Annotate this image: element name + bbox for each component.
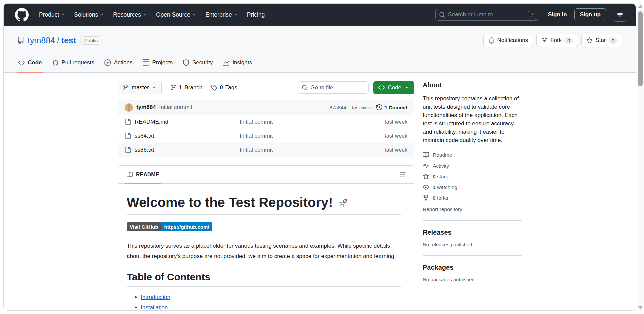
nav-item-solutions[interactable]: Solutions — [70, 8, 108, 21]
about-heading: About — [423, 81, 522, 89]
about-sidebar: About This repository contains a collect… — [423, 81, 522, 282]
appearance-settings-button[interactable] — [613, 8, 627, 22]
commit-sha-link[interactable]: 87a844f · last week — [330, 105, 373, 110]
commit-message-link[interactable]: Initial commit — [159, 104, 192, 111]
nav-item-product[interactable]: Product — [35, 8, 69, 21]
file-commit-message[interactable]: Initial commit — [240, 147, 385, 153]
report-repository-link[interactable]: Report repository — [423, 206, 522, 212]
code-icon — [18, 59, 25, 66]
watching-count: 1 — [433, 184, 436, 190]
file-name[interactable]: ss86.txt — [135, 147, 154, 153]
code-button-label: Code — [388, 84, 401, 91]
file-link: README.md — [125, 119, 240, 125]
browser-page: Product Solutions Resources Open Source … — [3, 3, 636, 311]
tab-actions[interactable]: Actions — [99, 53, 138, 72]
global-header: Product Solutions Resources Open Source … — [4, 4, 636, 26]
releases-heading[interactable]: Releases — [423, 229, 522, 236]
packages-heading[interactable]: Packages — [423, 264, 522, 271]
badge-value: https://github.com/ — [161, 222, 212, 231]
star-label: Star — [595, 37, 606, 44]
play-circle-icon — [104, 59, 111, 66]
global-search-input[interactable]: Search or jump to... / — [435, 9, 539, 21]
nav-label: Enterprise — [205, 11, 232, 18]
branch-selector[interactable]: master — [118, 81, 162, 94]
notifications-label: Notifications — [497, 37, 528, 44]
tab-label: Actions — [114, 59, 133, 66]
badge-label: Visit GitHub — [127, 222, 161, 231]
go-to-file-input[interactable]: Go to file — [298, 81, 369, 94]
tab-label: Pull requests — [62, 59, 94, 66]
file-commit-message[interactable]: Initial commit — [240, 133, 385, 139]
tags-link[interactable]: 0 Tags — [211, 84, 237, 91]
fork-button[interactable]: Fork 0 — [536, 34, 578, 47]
avatar[interactable] — [125, 103, 133, 112]
repo-name-link[interactable]: test — [61, 36, 76, 45]
divider — [423, 255, 522, 256]
star-icon — [423, 173, 429, 180]
stars-link[interactable]: 0 stars — [423, 173, 522, 180]
repo-icon — [17, 37, 24, 44]
primary-nav: Product Solutions Resources Open Source … — [35, 8, 268, 21]
nav-item-pricing[interactable]: Pricing — [243, 8, 269, 21]
nav-item-enterprise[interactable]: Enterprise — [202, 8, 242, 21]
file-icon — [125, 119, 131, 125]
chevron-down-icon — [404, 85, 409, 90]
activity-link[interactable]: Activity — [423, 163, 522, 169]
forks-link[interactable]: 0 forks — [423, 195, 522, 201]
visit-github-badge[interactable]: Visit GitHub https://github.com/ — [127, 222, 212, 231]
file-name[interactable]: ss64.txt — [135, 133, 154, 139]
fork-count: 0 — [564, 37, 573, 44]
tab-projects[interactable]: Projects — [138, 53, 178, 72]
code-download-button[interactable]: Code — [373, 81, 414, 94]
repo-header: tym884/test Public Notifications Fork 0 … — [4, 26, 636, 73]
tab-insights[interactable]: Insights — [218, 53, 257, 72]
sign-in-link[interactable]: Sign in — [548, 11, 567, 18]
scroll-up-arrow[interactable] — [638, 5, 642, 8]
file-link: ss64.txt — [125, 133, 240, 139]
chevron-down-icon — [143, 13, 147, 17]
book-icon — [127, 171, 133, 178]
chevron-down-icon — [152, 85, 157, 90]
scroll-down-arrow[interactable] — [638, 306, 642, 309]
file-icon — [125, 147, 131, 153]
nav-item-open-source[interactable]: Open Source — [152, 8, 200, 21]
releases-empty-text: No releases published — [423, 242, 522, 247]
file-commit-message[interactable]: Initial commit — [240, 119, 385, 125]
breadcrumb-separator: / — [57, 36, 59, 45]
notifications-button[interactable]: Notifications — [483, 34, 533, 47]
rocket-emoji-icon — [337, 196, 350, 209]
tab-security[interactable]: Security — [178, 53, 218, 72]
sign-up-button[interactable]: Sign up — [574, 8, 606, 21]
toc-link-introduction[interactable]: Introduction — [141, 294, 170, 300]
commit-history-link[interactable]: 1 Commit — [376, 104, 407, 110]
outline-button[interactable] — [399, 171, 406, 178]
tab-pull-requests[interactable]: Pull requests — [47, 53, 99, 72]
toc-link-installation[interactable]: Installation — [141, 304, 168, 311]
tab-label: Projects — [152, 59, 173, 66]
commit-author-link[interactable]: tym884 — [136, 104, 156, 111]
file-commit-date: last week — [385, 133, 407, 139]
search-placeholder: Search or jump to... — [448, 11, 528, 18]
go-to-file-placeholder: Go to file — [310, 84, 333, 91]
file-name[interactable]: README.md — [135, 119, 168, 125]
tab-label: Code — [28, 59, 42, 66]
star-button[interactable]: Star 0 — [581, 34, 622, 47]
table-row[interactable]: ss64.txt Initial commit last week — [118, 129, 414, 143]
branches-link[interactable]: 1 Branch — [170, 84, 202, 91]
vertical-scrollbar[interactable] — [637, 1, 644, 313]
github-logo-icon[interactable] — [15, 8, 29, 22]
tab-code[interactable]: Code — [13, 53, 47, 72]
table-row[interactable]: README.md Initial commit last week — [118, 115, 414, 129]
scrollbar-thumb[interactable] — [638, 11, 643, 86]
table-icon — [143, 59, 149, 66]
table-row[interactable]: ss86.txt Initial commit last week — [118, 143, 414, 157]
pull-request-icon — [52, 59, 59, 66]
tab-readme[interactable]: README — [121, 166, 164, 184]
tab-label: Security — [192, 59, 213, 66]
readme-link[interactable]: Readme — [423, 152, 522, 158]
watching-link[interactable]: 1 watching — [423, 184, 522, 190]
book-icon — [423, 152, 429, 158]
repo-owner-link[interactable]: tym884 — [28, 36, 55, 45]
slash-shortcut-key: / — [528, 11, 536, 19]
nav-item-resources[interactable]: Resources — [109, 8, 151, 21]
